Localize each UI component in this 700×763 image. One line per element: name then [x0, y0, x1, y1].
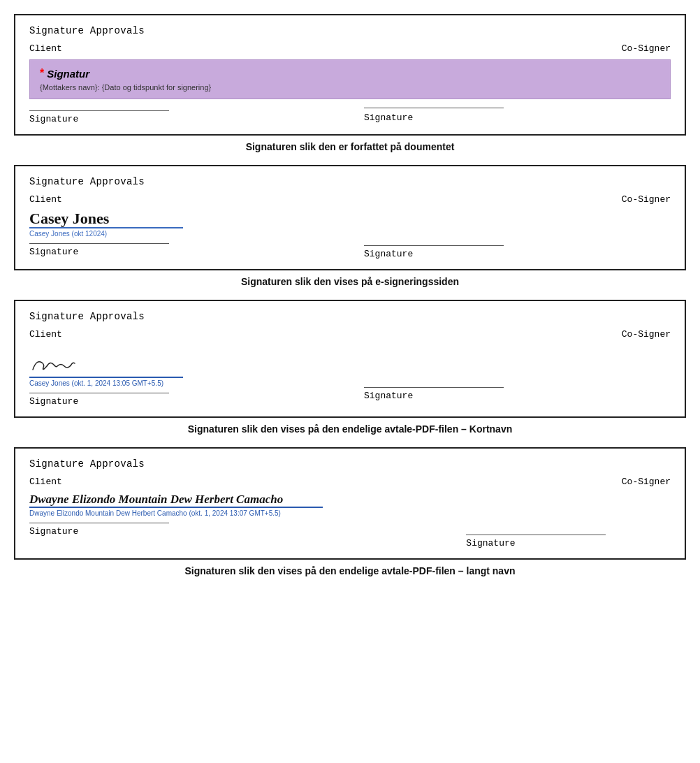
- sig-line-right-2: [364, 245, 504, 246]
- long-name-sig-sub: Dwayne Elizondo Mountain Dew Herbert Cam…: [29, 509, 438, 517]
- client-label-4: Client: [29, 477, 62, 487]
- sig-line-right-1: [364, 108, 504, 108]
- caption-2: Signaturen slik den vises på e-signering…: [14, 276, 686, 287]
- sig-line-left-2: [29, 243, 169, 244]
- sig-line-right-4: [466, 535, 606, 535]
- sig-label-right-4: Signature: [466, 538, 515, 548]
- sig-col-left-2: Casey Jones Casey Jones (okt 12024) Sign…: [29, 210, 336, 259]
- doc-title-4: Signature Approvals: [29, 458, 671, 470]
- doc-title-3: Signature Approvals: [29, 311, 671, 322]
- casey-sig-line: [29, 227, 183, 228]
- label-row-3: Client Co-Signer: [29, 329, 671, 340]
- sig-block-3: Casey Jones (okt. 1, 2024 13:05 GMT+5.5)…: [29, 345, 671, 407]
- handwritten-sig-line: [29, 377, 183, 378]
- sig-label-left-2: Signature: [29, 247, 336, 257]
- doc-title-1: Signature Approvals: [29, 25, 671, 36]
- sig-line-left-1: [29, 110, 169, 111]
- section-2: Signature Approvals Client Co-Signer Cas…: [14, 165, 686, 287]
- asterisk-icon: *: [40, 67, 44, 80]
- section-1: Signature Approvals Client Co-Signer * S…: [14, 14, 686, 152]
- sig-col-left-1: Signature: [29, 108, 336, 124]
- sig-label-left-4: Signature: [29, 526, 438, 537]
- cosigner-label-3: Co-Signer: [622, 329, 671, 340]
- caption-4: Signaturen slik den vises på den endelig…: [14, 565, 686, 576]
- caption-text-1: Signaturen slik den er forfattet på doum…: [246, 141, 455, 152]
- sig-label-right-1: Signature: [364, 112, 413, 123]
- client-label-2: Client: [29, 194, 62, 205]
- label-row-1: Client Co-Signer: [29, 43, 671, 54]
- caption-3: Signaturen slik den vises på den endelig…: [14, 423, 686, 435]
- doc-box-3: Signature Approvals Client Co-Signer Cas…: [14, 300, 686, 418]
- sig-col-left-4: Dwayne Elizondo Mountain Dew Herbert Cam…: [29, 493, 438, 548]
- long-name-sig-line: [29, 507, 323, 508]
- sig-label-left-3: Signature: [29, 396, 336, 407]
- sig-block-1: Signature Signature: [29, 108, 671, 124]
- sig-col-right-1: Signature: [336, 108, 671, 124]
- caption-text-2: Signaturen slik den vises på e-signering…: [241, 276, 459, 287]
- sig-col-left-3: Casey Jones (okt. 1, 2024 13:05 GMT+5.5)…: [29, 345, 336, 407]
- handwritten-sig-area: [29, 345, 336, 377]
- cosigner-label-1: Co-Signer: [622, 43, 671, 54]
- sig-label-right-3: Signature: [364, 391, 413, 401]
- sig-col-right-4: Signature: [438, 493, 671, 548]
- client-label-3: Client: [29, 329, 62, 340]
- sig-col-right-2: Signature: [336, 210, 671, 259]
- client-label-1: Client: [29, 43, 62, 54]
- sig-line-left-4: [29, 523, 169, 523]
- doc-box-4: Signature Approvals Client Co-Signer Dwa…: [14, 447, 686, 560]
- section-4: Signature Approvals Client Co-Signer Dwa…: [14, 447, 686, 576]
- caption-1: Signaturen slik den er forfattet på doum…: [14, 141, 686, 152]
- sig-block-2: Casey Jones Casey Jones (okt 12024) Sign…: [29, 210, 671, 259]
- handwritten-sig-sub: Casey Jones (okt. 1, 2024 13:05 GMT+5.5): [29, 379, 336, 387]
- handwritten-svg: [29, 345, 85, 377]
- sig-block-4: Dwayne Elizondo Mountain Dew Herbert Cam…: [29, 493, 671, 548]
- caption-text-4: Signaturen slik den vises på den endelig…: [184, 565, 515, 576]
- sig-label-left-1: Signature: [29, 114, 336, 124]
- highlight-top-row: * Signatur: [40, 67, 660, 80]
- cosigner-label-4: Co-Signer: [622, 477, 671, 487]
- cosigner-label-2: Co-Signer: [622, 194, 671, 205]
- label-row-2: Client Co-Signer: [29, 194, 671, 205]
- caption-text-3: Signaturen slik den vises på den endelig…: [188, 423, 512, 435]
- sig-line-right-3: [364, 387, 504, 388]
- long-name-sig: Dwayne Elizondo Mountain Dew Herbert Cam…: [29, 493, 438, 507]
- highlight-sub-label: {Mottakers navn}: {Dato og tidspunkt for…: [40, 83, 660, 92]
- casey-sig-sub: Casey Jones (okt 12024): [29, 230, 336, 238]
- section-3: Signature Approvals Client Co-Signer Cas…: [14, 300, 686, 435]
- label-row-4: Client Co-Signer: [29, 477, 671, 487]
- sig-label-right-2: Signature: [364, 249, 413, 259]
- sig-line-left-3: [29, 393, 169, 393]
- casey-sig-name: Casey Jones: [29, 210, 336, 227]
- doc-title-2: Signature Approvals: [29, 176, 671, 187]
- doc-box-1: Signature Approvals Client Co-Signer * S…: [14, 14, 686, 136]
- sig-col-right-3: Signature: [336, 345, 671, 407]
- signature-highlight-box[interactable]: * Signatur {Mottakers navn}: {Dato og ti…: [29, 59, 671, 99]
- signatur-label: Signatur: [47, 68, 89, 80]
- doc-box-2: Signature Approvals Client Co-Signer Cas…: [14, 165, 686, 270]
